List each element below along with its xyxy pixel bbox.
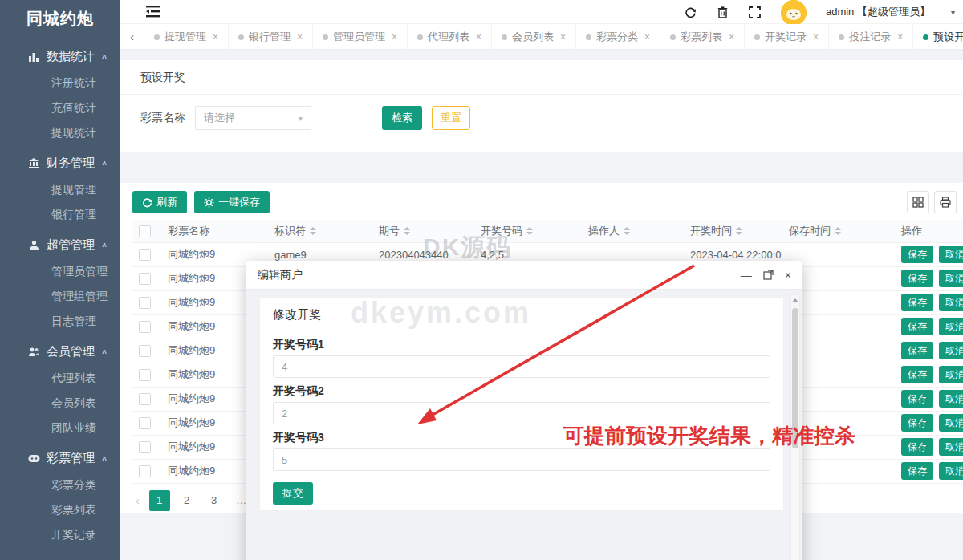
search-button[interactable]: 检索 (382, 106, 422, 130)
row-cancel-button[interactable]: 取消 (939, 270, 963, 287)
prev-page-icon[interactable]: ‹ (132, 494, 143, 507)
draw-number-2-input[interactable] (273, 402, 770, 424)
sidebar-item-recharge-stats[interactable]: 充值统计 (0, 95, 120, 120)
close-icon[interactable]: × (392, 31, 397, 43)
tab-withdraw-mgmt[interactable]: 提现管理× (144, 24, 229, 50)
sidebar-item-log-mgmt[interactable]: 日志管理 (0, 309, 120, 334)
row-checkbox[interactable] (139, 273, 151, 285)
sidebar-item-team-performance[interactable]: 团队业绩 (0, 416, 120, 440)
draw-number-1-input[interactable] (273, 355, 770, 378)
lottery-name-select[interactable]: 请选择 ▾ (195, 106, 311, 130)
row-checkbox[interactable] (139, 465, 151, 477)
col-identifier[interactable]: 标识符 (268, 220, 372, 242)
sidebar-item-admin-group-mgmt[interactable]: 管理组管理 (0, 284, 120, 309)
sidebar-item-bank-mgmt[interactable]: 银行管理 (0, 202, 120, 227)
row-cancel-button[interactable]: 取消 (939, 438, 963, 456)
tab-scroll-left-icon[interactable]: ‹ (120, 24, 144, 50)
tab-draw-records[interactable]: 开奖记录× (745, 24, 829, 50)
row-cancel-button[interactable]: 取消 (939, 246, 963, 263)
sidebar-section-data-stats[interactable]: 数据统计 ∧ (0, 42, 120, 71)
close-icon[interactable]: × (213, 31, 218, 43)
row-cancel-button[interactable]: 取消 (939, 462, 963, 480)
row-save-button[interactable]: 保存 (901, 366, 933, 383)
close-icon[interactable]: × (897, 31, 903, 43)
sidebar-item-member-list[interactable]: 会员列表 (0, 391, 120, 416)
column-filter-icon[interactable] (907, 191, 929, 213)
row-save-button[interactable]: 保存 (901, 294, 933, 311)
tab-member-list[interactable]: 会员列表× (492, 24, 576, 50)
sidebar-item-lottery-category[interactable]: 彩票分类 (0, 473, 120, 497)
sort-icon[interactable] (835, 227, 841, 235)
row-cancel-button[interactable]: 取消 (939, 342, 963, 359)
close-icon[interactable]: × (729, 31, 734, 43)
sidebar-item-withdraw-stats[interactable]: 提现统计 (0, 120, 120, 145)
col-issue[interactable]: 期号 (372, 220, 474, 242)
sidebar-item-lottery-list[interactable]: 彩票列表 (0, 497, 120, 522)
row-cancel-button[interactable]: 取消 (939, 414, 963, 432)
page-1[interactable]: 1 (149, 490, 170, 511)
sidebar-item-register-stats[interactable]: 注册统计 (0, 71, 120, 95)
row-checkbox[interactable] (139, 369, 151, 381)
refresh-button[interactable]: 刷新 (132, 191, 187, 213)
row-save-button[interactable]: 保存 (901, 462, 933, 480)
row-cancel-button[interactable]: 取消 (939, 318, 963, 335)
sidebar-section-lottery[interactable]: 彩票管理 ∧ (0, 444, 120, 473)
close-icon[interactable]: × (297, 31, 303, 43)
row-checkbox[interactable] (139, 345, 151, 357)
sort-icon[interactable] (526, 227, 533, 235)
tab-bank-mgmt[interactable]: 银行管理× (229, 24, 313, 50)
minimize-icon[interactable]: — (741, 270, 752, 281)
sidebar-item-agent-list[interactable]: 代理列表 (0, 366, 120, 391)
col-draw-time[interactable]: 开奖时间 (684, 220, 782, 242)
row-save-button[interactable]: 保存 (901, 342, 933, 359)
sidebar-item-draw-records[interactable]: 开奖记录 (0, 522, 120, 547)
row-checkbox[interactable] (139, 393, 151, 405)
modal-scrollbar[interactable] (790, 294, 800, 560)
row-save-button[interactable]: 保存 (901, 246, 933, 263)
row-save-button[interactable]: 保存 (901, 390, 933, 408)
col-save-time[interactable]: 保存时间 (782, 220, 895, 242)
sidebar-section-super-admin[interactable]: 超管管理 ∧ (0, 230, 120, 259)
reset-button[interactable]: 重置 (432, 106, 470, 130)
col-operator[interactable]: 操作人 (582, 220, 684, 242)
tab-preset-draw[interactable]: 预设开奖× (913, 24, 963, 50)
tab-bet-records[interactable]: 投注记录× (829, 24, 913, 50)
row-cancel-button[interactable]: 取消 (939, 390, 963, 408)
sort-icon[interactable] (736, 227, 742, 235)
close-icon[interactable]: × (560, 31, 566, 43)
select-all-checkbox[interactable] (139, 225, 151, 237)
sort-icon[interactable] (624, 227, 630, 235)
row-checkbox[interactable] (139, 321, 151, 333)
tab-lottery-category[interactable]: 彩票分类× (576, 24, 660, 50)
row-save-button[interactable]: 保存 (901, 438, 933, 456)
draw-number-3-input[interactable] (273, 448, 770, 471)
tab-admin-mgmt[interactable]: 管理员管理× (313, 24, 408, 50)
row-checkbox[interactable] (139, 249, 151, 261)
print-icon[interactable] (934, 191, 957, 213)
col-draw-numbers[interactable]: 开奖号码 (474, 220, 582, 242)
tab-lottery-list[interactable]: 彩票列表× (660, 24, 745, 50)
sidebar-item-withdraw-mgmt[interactable]: 提现管理 (0, 177, 120, 202)
maximize-icon[interactable] (763, 270, 774, 280)
scrollbar-thumb[interactable] (792, 308, 798, 448)
close-icon[interactable]: × (785, 270, 791, 281)
row-checkbox[interactable] (139, 297, 151, 309)
collapse-sidebar-icon[interactable] (146, 6, 160, 18)
row-checkbox[interactable] (139, 417, 151, 429)
row-save-button[interactable]: 保存 (901, 414, 933, 432)
avatar[interactable] (781, 0, 807, 26)
scroll-up-icon[interactable] (792, 298, 798, 302)
sidebar-item-admin-mgmt[interactable]: 管理员管理 (0, 259, 120, 284)
sort-icon[interactable] (404, 227, 410, 235)
row-checkbox[interactable] (139, 441, 151, 453)
admin-user-label[interactable]: admin 【超级管理员】 (826, 5, 930, 19)
sidebar-section-members[interactable]: 会员管理 ∧ (0, 337, 120, 366)
save-all-button[interactable]: 一键保存 (194, 191, 270, 213)
close-icon[interactable]: × (476, 31, 482, 43)
close-icon[interactable]: × (813, 31, 819, 43)
fullscreen-icon[interactable] (749, 6, 762, 18)
row-save-button[interactable]: 保存 (901, 318, 933, 335)
row-save-button[interactable]: 保存 (901, 270, 933, 287)
row-cancel-button[interactable]: 取消 (939, 366, 963, 383)
tab-agent-list[interactable]: 代理列表× (408, 24, 492, 50)
